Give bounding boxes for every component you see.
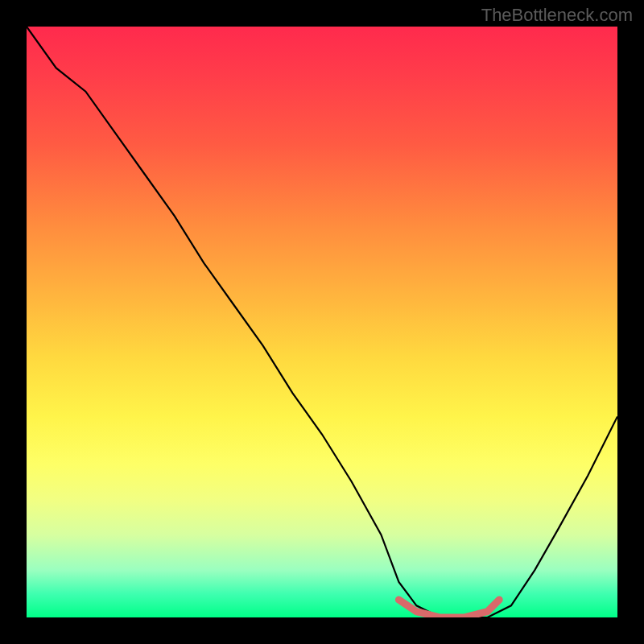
curve-svg: [27, 27, 617, 617]
plot-area: [27, 27, 617, 617]
bottleneck-curve-path: [27, 27, 617, 617]
watermark-text: TheBottleneck.com: [481, 5, 633, 26]
